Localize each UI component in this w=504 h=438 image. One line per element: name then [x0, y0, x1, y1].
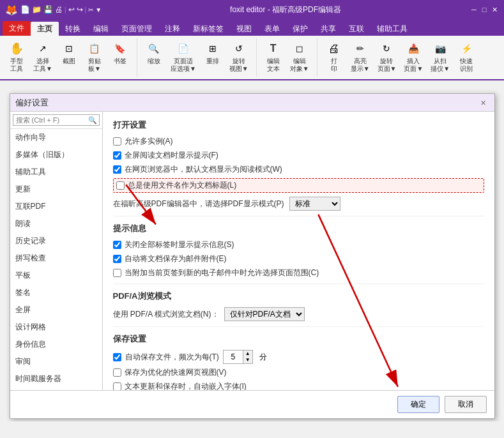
zoom-label: 缩放: [148, 57, 160, 65]
ocr-button[interactable]: ⚡ 快速识别: [455, 38, 478, 74]
embed-font-checkbox[interactable]: [113, 382, 121, 390]
insert-page-icon: 📥: [404, 40, 422, 57]
spin-up-button[interactable]: ▲: [243, 351, 252, 357]
clipboard-button[interactable]: 📋 剪贴板▼: [83, 38, 106, 74]
hand-tool-button[interactable]: ✋ 手型工具: [5, 38, 28, 74]
tab-annotation[interactable]: 注释: [158, 22, 187, 36]
rotate-page-button[interactable]: ↻ 旋转页面▼: [375, 38, 399, 74]
tab-protect[interactable]: 保护: [286, 22, 314, 36]
pdf-display-mode-label: 在福昕高级PDF编辑器中，请选择PDF显示模式(P): [113, 199, 284, 209]
fullscreen-label: 全屏阅读文档时显示提示(F): [125, 150, 218, 161]
save-settings-title: 保存设置: [113, 333, 484, 345]
sidebar-item-action[interactable]: 动作向导: [10, 129, 102, 146]
sidebar-item-update[interactable]: 更新: [10, 181, 102, 198]
maximize-button[interactable]: □: [480, 5, 489, 14]
autosave-minutes-input[interactable]: [224, 352, 243, 362]
ok-button[interactable]: 确定: [397, 396, 439, 413]
tab-tools[interactable]: 辅助工具: [370, 22, 414, 36]
tab-edit[interactable]: 编辑: [87, 22, 115, 36]
save-icon[interactable]: 💾: [43, 5, 53, 14]
sidebar-item-signature[interactable]: 签名: [10, 284, 102, 301]
minimize-button[interactable]: ─: [470, 5, 478, 14]
sidebar-item-timestamp[interactable]: 时间戳服务器: [10, 370, 102, 388]
zoom-button[interactable]: 🔍 缩放: [142, 38, 165, 66]
fullscreen-checkbox[interactable]: [113, 151, 121, 160]
screenshot-button[interactable]: ⊡ 截图: [57, 38, 80, 66]
page-range-label: 当附加当前页签到新的电子邮件中时允许选择页面范围(C): [125, 268, 319, 278]
insert-page-button[interactable]: 📥 插入页面▼: [401, 38, 425, 74]
sidebar-item-identity[interactable]: 身份信息: [10, 336, 102, 353]
print-button[interactable]: 🖨 打印: [323, 38, 346, 74]
cancel-button[interactable]: 取消: [445, 396, 487, 413]
sidebar-item-grid[interactable]: 设计网格: [10, 319, 102, 336]
search-input[interactable]: [13, 114, 100, 126]
bookmark-button[interactable]: 🔖 书签: [109, 38, 132, 66]
fit-page-button[interactable]: 📄 页面适应选项▼: [168, 38, 199, 74]
new-icon[interactable]: 📄: [20, 5, 30, 14]
highlight-button[interactable]: ✏ 高亮显示▼: [348, 38, 372, 74]
filename-title-checkbox[interactable]: [116, 181, 125, 190]
window-controls: ─ □ ✕: [470, 5, 499, 14]
scan-button[interactable]: 📷 从扫描仪▼: [428, 38, 452, 74]
tab-share[interactable]: 共享: [314, 22, 342, 36]
autosave-checkbox[interactable]: [113, 353, 121, 361]
autosave-spinner: ▲ ▼: [223, 350, 253, 364]
undo-icon[interactable]: ↩: [68, 5, 75, 14]
optimized-preview-checkbox[interactable]: [113, 368, 121, 377]
edit-object-button[interactable]: ◻ 编辑对象▼: [287, 38, 312, 74]
sidebar-item-review[interactable]: 审阅: [10, 353, 102, 370]
rotate-page-label: 旋转页面▼: [378, 57, 397, 73]
insert-page-label: 插入页面▼: [404, 57, 423, 73]
tab-home[interactable]: 主页: [31, 22, 59, 36]
sidebar-item-history[interactable]: 历史记录: [10, 232, 102, 250]
select-tool-button[interactable]: ↗ 选择工具▼: [31, 38, 55, 74]
tab-view[interactable]: 视图: [230, 22, 258, 36]
close-button[interactable]: ✕: [490, 5, 499, 14]
ribbon-edit-buttons: T 编辑文本 ◻ 编辑对象▼: [262, 38, 312, 74]
search-wrap: 🔍: [13, 114, 100, 126]
sidebar-item-tools[interactable]: 辅助工具: [10, 163, 102, 181]
highlight-label: 高亮显示▼: [351, 57, 370, 73]
rotate-view-button[interactable]: ↺ 旋转视图▼: [227, 38, 251, 74]
ribbon-group-view: 🔍 缩放 📄 页面适应选项▼ ⊞ 重排 ↺ 旋转视图▼: [142, 38, 257, 77]
pdf-display-mode-select[interactable]: 标准 单页 双页 连续单页 连续双页: [289, 197, 340, 211]
tab-form[interactable]: 表单: [258, 22, 286, 36]
sidebar-item-interconnect[interactable]: 互联PDF: [10, 198, 102, 215]
edit-text-button[interactable]: T 编辑文本: [262, 38, 285, 74]
spin-down-button[interactable]: ▼: [243, 357, 252, 363]
tab-page-management[interactable]: 页面管理: [115, 22, 158, 36]
sidebar-item-spellcheck[interactable]: 拼写检查: [10, 250, 102, 267]
reflow-label: 重排: [206, 57, 219, 65]
tabs-hint-checkbox[interactable]: [113, 241, 121, 249]
pdfa-select[interactable]: 仅针对PDF/A文档 始终 从不: [224, 307, 305, 321]
optimized-preview-row: 保存为优化的快速网页视图(V): [113, 367, 484, 378]
auto-save-mail-checkbox[interactable]: [113, 255, 121, 263]
filename-title-row: 总是使用文件名作为文档标题(L): [113, 178, 484, 193]
allow-multiple-checkbox[interactable]: [113, 137, 121, 146]
rotate-view-label: 旋转视图▼: [229, 57, 248, 73]
content-panel: 打开设置 允许多实例(A) 全屏阅读文档时显示提示(F) 在网页浏览器中，默认文…: [103, 112, 494, 390]
dialog-close-button[interactable]: ×: [478, 97, 489, 109]
zoom-icon: 🔍: [145, 40, 163, 57]
scan-icon: 📷: [431, 40, 449, 57]
tab-new-tag[interactable]: 新标签签: [187, 22, 230, 36]
print-icon[interactable]: 🖨: [55, 5, 63, 14]
dropdown-icon[interactable]: ▼: [95, 6, 102, 13]
tab-convert[interactable]: 转换: [59, 22, 87, 36]
hints-title: 提示信息: [113, 223, 484, 234]
open-icon[interactable]: 📁: [32, 5, 42, 14]
sidebar-item-fullscreen[interactable]: 全屏: [10, 301, 102, 319]
sidebar-item-read[interactable]: 朗读: [10, 215, 102, 232]
redo-icon[interactable]: ↪: [77, 5, 83, 14]
reflow-button[interactable]: ⊞ 重排: [201, 38, 224, 66]
print-label: 打印: [331, 57, 337, 73]
file-tab[interactable]: 文件: [3, 21, 31, 36]
sidebar-item-multimedia[interactable]: 多媒体（旧版）: [10, 146, 102, 163]
page-range-checkbox[interactable]: [113, 269, 121, 277]
dialog-body: 🔍 动作向导 多媒体（旧版） 辅助工具 更新 互联PDF 朗读 历史记录 拼写检…: [10, 112, 494, 390]
rotate-page-icon: ↻: [378, 40, 395, 57]
browser-mode-checkbox[interactable]: [113, 165, 121, 174]
more-icon[interactable]: ✂: [88, 6, 93, 13]
tab-connect[interactable]: 互联: [342, 22, 370, 36]
sidebar-item-tablet[interactable]: 平板: [10, 267, 102, 284]
